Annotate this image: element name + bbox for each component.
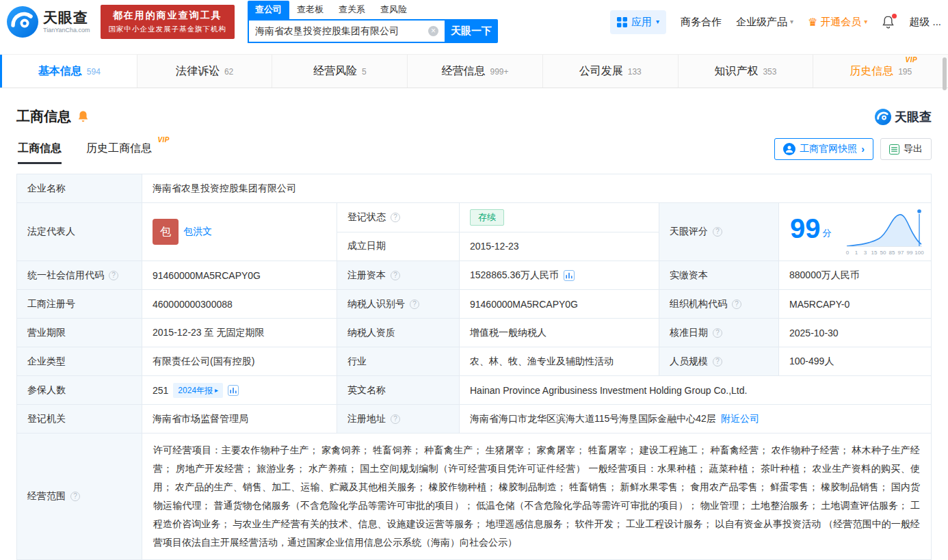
field-label-insured-count: 参保人数 [17,376,142,405]
nav-super-vip[interactable]: 超级 ... [909,16,941,29]
value-text: 2025-10-30 [789,328,839,338]
field-label-taxpayer-id: 纳税人识别号 [337,290,460,319]
tab-operational-risk[interactable]: 经营风险5 [272,55,408,88]
field-label-english-name: 英文名称 [337,376,460,405]
subtab-history-business-info[interactable]: 历史工商信息 VIP [86,142,152,164]
tab-history-info[interactable]: 历史信息195VIP [813,55,948,88]
snapshot-person-icon [783,143,795,155]
field-value-taxpayer-quality: 增值税一般纳税人 [460,319,659,347]
tab-count: 353 [763,67,776,77]
field-label-staff-size: 人员规模 [659,347,779,376]
subscribe-bell[interactable] [77,110,89,123]
search-button[interactable]: 天眼一下 [445,19,498,43]
search-box: 天眼一下 [248,19,498,43]
label-text: 经营范围 [27,490,66,503]
annual-report-badge[interactable]: 2024年报 [173,383,223,398]
promo-banner: 都在用的商业查询工具 国家中小企业发展子基金旗下机构 [101,5,235,39]
label-text: 法定代表人 [27,226,75,238]
search-tabs: 查公司 查老板 查关系 查风险 [248,1,498,19]
top-navigation-bar: 天眼查 TianYanCha.com 都在用的商业查询工具 国家中小企业发展子基… [0,0,948,44]
export-sheet-icon [889,144,899,155]
search-tab-boss[interactable]: 查老板 [289,1,331,19]
subtab-business-info[interactable]: 工商信息 [18,142,62,164]
tab-company-development[interactable]: 公司发展133 [543,55,679,88]
help-icon[interactable] [410,299,419,309]
watermark-logo-text: 天眼查 [895,109,932,125]
search-input[interactable] [255,26,428,37]
tab-business-info[interactable]: 经营信息999+ [408,55,543,88]
help-icon[interactable] [109,271,118,280]
apps-menu[interactable]: 应用 [610,10,666,34]
logo-domain: TianYanCha.com [43,27,90,34]
value-text: 许可经营项目：主要农作物种子生产； 家禽饲养； 牲畜饲养； 种畜禽生产； 生猪屠… [153,441,920,552]
help-icon[interactable] [391,213,400,222]
export-button[interactable]: 导出 [880,138,932,160]
field-value-taxpayer-id: 91460000MA5RCAPY0G [460,290,659,319]
value-text: 2015-12-23 至 无固定期限 [153,327,264,339]
search-tab-relation[interactable]: 查关系 [331,1,373,19]
tab-label: 知识产权 [714,64,758,79]
tab-intellectual-property[interactable]: 知识产权353 [679,55,814,88]
official-snapshot-button[interactable]: 工商官网快照 [774,138,873,160]
insured-chart-icon[interactable] [228,385,239,396]
value-text: Hainan Province Agribusiness Investment … [470,385,747,396]
help-icon[interactable] [713,328,722,338]
label-text: 实缴资本 [670,269,708,282]
field-value-business-scope: 许可经营项目：主要农作物种子生产； 家禽饲养； 牲畜饲养； 种畜禽生产； 生猪屠… [142,434,932,560]
vip-badge: VIP [906,56,918,64]
scrollbar[interactable] [943,57,947,90]
orange-bell-icon [77,110,89,123]
nav-enterprise-product[interactable]: 企业级产品 [736,16,793,29]
business-info-section: 工商信息 天眼查 工商信息 [0,107,948,560]
field-label-industry: 行业 [337,347,460,376]
subtab-row: 工商信息 历史工商信息 VIP 工商官网快照 [16,138,932,164]
tab-label: 公司发展 [579,64,623,79]
tab-label: 经营信息 [442,64,486,79]
help-icon[interactable] [70,492,80,501]
value-text: 251 [153,385,168,396]
capital-chart-icon[interactable] [564,270,575,281]
help-icon[interactable] [391,271,400,280]
field-value-org-code: MA5RCAPY-0 [779,290,932,319]
clear-icon[interactable] [428,26,438,36]
svg-text:1: 1 [855,250,858,256]
tab-label: 基本信息 [38,64,82,79]
help-icon[interactable] [713,227,722,237]
field-label-business-scope: 经营范围 [17,434,142,560]
svg-text:99: 99 [907,250,913,256]
tab-legal-proceedings[interactable]: 法律诉讼62 [137,55,273,88]
value-text: 农、林、牧、渔专业及辅助性活动 [470,356,614,368]
nav-open-vip[interactable]: 开通会员 [808,16,867,29]
field-label-legal-rep: 法定代表人 [17,203,142,261]
search-input-wrap [248,19,445,43]
field-value-legal-rep: 包 包洪文 [142,203,337,261]
legal-rep-link[interactable]: 包洪文 [183,226,212,238]
field-value-credit-code: 91460000MA5RCAPY0G [142,261,337,290]
field-value-reg-number: 460000000300088 [142,290,337,319]
value-text: 91460000MA5RCAPY0G [470,299,578,310]
legal-rep-avatar[interactable]: 包 [153,219,179,245]
help-icon[interactable] [391,414,400,424]
label-text: 企业名称 [27,183,66,195]
tab-count: 594 [87,67,101,77]
topbar-right-nav: 应用 商务合作 企业级产品 开通会员 超级 ... [610,10,941,34]
label-text: 人员规模 [670,356,708,368]
help-icon[interactable] [732,299,741,309]
field-value-reg-status: 存续 [460,203,659,232]
button-label: 工商官网快照 [800,143,857,155]
nearby-companies-link[interactable]: 附近公司 [721,413,759,425]
value-text: 100-499人 [789,356,834,368]
label-text: 组织机构代码 [670,298,727,310]
help-icon[interactable] [713,357,722,366]
search-tab-company[interactable]: 查公司 [248,1,289,19]
search-tab-risk[interactable]: 查风险 [373,1,414,19]
notification-bell[interactable] [882,15,895,29]
field-value-paid-capital: 880000万人民币 [779,261,932,290]
field-value-company-name: 海南省农垦投资控股集团有限公司 [142,174,932,203]
tianyancha-logo[interactable]: 天眼查 TianYanCha.com [7,6,90,38]
nav-business-cooperation[interactable]: 商务合作 [681,16,722,29]
tab-basic-info[interactable]: 基本信息594 [0,55,137,88]
section-header: 工商信息 天眼查 [16,107,932,126]
field-label-establish-date: 成立日期 [337,232,460,262]
section-watermark-logo: 天眼查 [875,109,932,125]
